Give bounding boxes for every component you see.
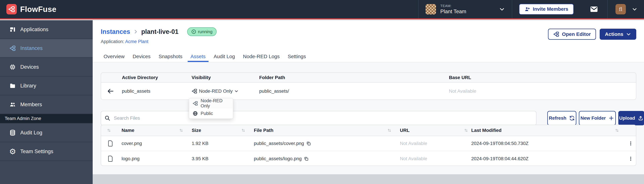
tab-audit-log[interactable]: Audit Log [211,52,238,62]
sidebar-item-library[interactable]: Library [0,77,93,95]
sidebar-item-label: Instances [20,45,43,51]
visibility-select[interactable]: Node-RED Only [192,88,238,94]
sidebar-item-instances[interactable]: Instances [0,39,93,58]
search-files-box [101,111,536,125]
table-row: logo.png 3.95 KB public_assets/logo.png … [101,151,636,166]
back-arrow-button[interactable] [101,88,120,95]
column-label: URL [400,128,410,133]
files-toolbar: Refresh New Folder Upload [101,111,636,125]
search-files-input[interactable] [114,115,533,121]
tab-label: Settings [288,54,306,59]
sort-icon[interactable] [241,128,246,133]
chevron-right-icon [133,29,138,34]
header-actions-sort [615,128,625,133]
tab-settings[interactable]: Settings [285,52,309,62]
new-folder-button[interactable]: New Folder [579,111,616,125]
sidebar-item-label: Team Settings [20,149,53,155]
tab-devices[interactable]: Devices [130,52,154,62]
top-header: FlowFuse TEAM: Plant Team [0,0,644,19]
application-line: Application: Acme Plant [101,39,148,44]
row-menu-kebab-icon[interactable] [625,156,636,161]
row-menu-kebab-icon[interactable] [625,141,636,146]
application-link[interactable]: Acme Plant [125,39,148,44]
user-menu[interactable]: fl [608,0,644,18]
file-path: public_assets/cover.png [254,141,304,146]
column-label: Last Modified [471,128,502,133]
header-file-type [101,128,120,133]
directory-folder-path: public_assets/ [257,88,447,94]
members-icon [9,101,16,108]
team-selector[interactable]: TEAM: Plant Team [418,0,512,18]
sidebar-item-members[interactable]: Members [0,95,93,114]
notifications-button[interactable] [580,0,608,18]
application-label: Application: [101,39,124,44]
header-size: Size [190,128,252,133]
tab-assets[interactable]: Assets [188,52,208,62]
option-label: Public [200,111,213,116]
tab-overview[interactable]: Overview [101,52,128,62]
play-circle-icon [191,29,196,34]
visibility-option-node-red-only[interactable]: Node-RED Only [189,98,233,108]
team-texts: TEAM: Plant Team [440,4,466,14]
chevron-down-icon [626,32,631,37]
globe-icon [192,111,198,116]
sort-icon[interactable] [107,128,111,133]
directory-base-url: Not Available [447,88,636,94]
user-plus-icon [524,6,530,12]
visibility-option-public[interactable]: Public [189,108,233,119]
actions-button[interactable]: Actions [600,29,636,40]
column-label: Size [192,128,201,133]
file-last-modified: 2024-09-19T08:04:44.620Z [470,156,615,161]
view-header: Instances plant-live-01 running Ap [93,20,644,62]
header-actions: Open Editor Actions [548,29,636,40]
mail-icon [590,6,598,12]
upload-button[interactable]: Upload [618,111,644,125]
sort-icon[interactable] [387,128,392,133]
instance-tabs: Overview Devices Snapshots Assets Audit … [101,52,311,62]
table-row: cover.png 1.92 KB public_assets/cover.pn… [101,136,636,151]
chevron-down-icon [632,6,637,12]
team-admin-zone-label: Team Admin Zone [0,114,93,124]
refresh-button[interactable]: Refresh [547,111,576,125]
team-label: TEAM: [440,4,466,8]
file-size: 3.95 KB [190,156,252,161]
sort-icon[interactable] [615,128,619,133]
library-icon [9,83,16,89]
sidebar-item-team-settings[interactable]: ⚙ Team Settings [0,142,93,161]
header-file-path: File Path [252,128,398,133]
flowfuse-logo-icon [6,4,17,14]
status-badge-label: running [198,29,212,34]
sidebar-item-applications[interactable]: Applications [0,20,93,39]
tab-node-red-logs[interactable]: Node-RED Logs [240,52,282,62]
breadcrumb-instances-link[interactable]: Instances [101,28,130,35]
sidebar-item-devices[interactable]: Devices [0,58,93,77]
directory-table-header: Active Directory Visibility Folder Path … [101,73,636,83]
refresh-icon [569,115,575,121]
header-active-directory: Active Directory [120,75,190,80]
sidebar-item-audit-log[interactable]: Audit Log [0,124,93,142]
tab-snapshots[interactable]: Snapshots [156,52,185,62]
chevron-down-icon [234,89,238,93]
audit-log-icon [9,130,16,136]
page-title: plant-live-01 [141,28,178,35]
copy-icon[interactable] [306,141,311,146]
bottom-band [93,174,644,184]
actions-label: Actions [605,31,623,37]
refresh-label: Refresh [549,115,566,121]
file-icon [101,140,120,147]
header-base-url: Base URL [447,75,636,80]
invite-members-button[interactable]: Invite Members [519,4,574,15]
admin-zone-text: Team Admin Zone [5,116,41,121]
sidebar-item-label: Members [20,102,42,108]
user-avatar-initials: fl [619,6,622,12]
brand-logo[interactable]: FlowFuse [0,4,56,14]
status-badge: running [187,27,216,36]
team-settings-icon: ⚙ [9,148,16,155]
open-editor-button[interactable]: Open Editor [548,29,596,40]
new-folder-label: New Folder [580,115,606,121]
chevron-down-icon [499,6,505,12]
copy-icon[interactable] [304,156,309,161]
tab-label: Devices [133,54,150,59]
sort-icon[interactable] [464,128,468,133]
sort-icon[interactable] [179,128,183,133]
